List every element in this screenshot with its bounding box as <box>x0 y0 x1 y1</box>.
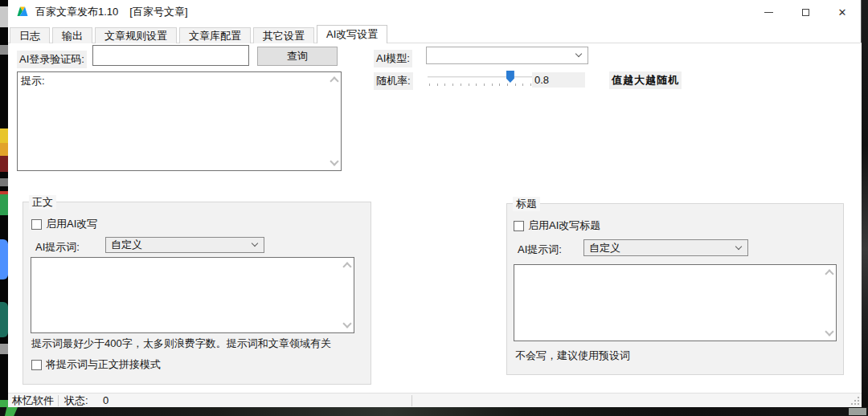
desktop-icon-fragment <box>0 143 8 156</box>
checkbox-icon[interactable] <box>31 360 42 370</box>
ai-login-captcha-label: AI登录验证码: <box>17 51 87 68</box>
titlebar: 百家文章发布1.10[百家号文章] ✕ <box>8 0 861 24</box>
ai-prompt-words-label: AI提示词: <box>515 241 564 259</box>
random-rate-value: 0.8 <box>532 72 585 88</box>
enable-ai-rewrite-title-label: 启用AI改写标题 <box>528 218 600 233</box>
body-text-group: 正文 启用AI改写 AI提示词: 自定义 提示词最好少于400字，太多则浪费字数… <box>23 202 371 385</box>
slider-ticks <box>429 84 534 86</box>
title-group-title: 标题 <box>513 197 540 211</box>
slider-track <box>428 76 535 78</box>
desktop-icon-fragment <box>0 178 8 186</box>
ai-model-label: AI模型: <box>374 50 412 67</box>
desktop-icon-fragment <box>0 6 8 27</box>
scroll-down-icon[interactable] <box>825 327 833 336</box>
ai-model-select[interactable] <box>426 47 588 64</box>
window-controls: ✕ <box>750 0 861 24</box>
concat-prompt-checkbox-row[interactable]: 将提示词与正文拼接模式 <box>31 357 161 372</box>
ai-prompt-words-selected-value: 自定义 <box>111 238 142 252</box>
chevron-down-icon <box>252 240 258 247</box>
status-separator <box>411 395 412 406</box>
chevron-down-icon <box>735 243 742 249</box>
scroll-down-icon[interactable] <box>342 319 351 328</box>
prompt-display-text: 提示: <box>21 74 325 88</box>
checkbox-icon[interactable] <box>514 221 524 231</box>
desktop-left-strip <box>0 0 8 416</box>
query-button[interactable]: 查询 <box>257 47 338 66</box>
app-subtitle: [百家号文章] <box>129 6 187 18</box>
status-separator <box>58 395 59 406</box>
ai-prompt-words-select[interactable]: 自定义 <box>105 237 264 253</box>
random-rate-hint: 值越大越随机 <box>609 71 682 89</box>
slider-thumb[interactable] <box>506 71 514 83</box>
status-brand: 林忆软件 <box>12 394 54 408</box>
title-ai-prompt-words-selected-value: 自定义 <box>589 241 620 255</box>
desktop-icon-fragment <box>0 344 8 354</box>
minimize-icon <box>764 12 773 13</box>
body-text-group-title: 正文 <box>29 195 56 210</box>
scroll-up-icon[interactable] <box>330 76 338 85</box>
chevron-down-icon <box>575 51 582 57</box>
maximize-icon <box>802 9 809 16</box>
ai-rewrite-settings-panel: AI登录验证码: 查询 AI模型: 随机率: 0.8 值越大越随机 提示: <box>8 43 862 393</box>
scroll-down-icon[interactable] <box>330 157 338 165</box>
desktop-right-strip <box>862 0 868 416</box>
desktop-icon-fragment <box>0 128 8 143</box>
app-title: 百家文章发布1.10 <box>35 6 118 18</box>
window-title: 百家文章发布1.10[百家号文章] <box>35 0 188 24</box>
status-value: 0 <box>103 394 108 408</box>
concat-prompt-label: 将提示词与正文拼接模式 <box>46 357 161 372</box>
title-prompt-hint: 不会写，建议使用预设词 <box>515 349 630 363</box>
title-prompt-textarea[interactable] <box>514 264 837 341</box>
scroll-up-icon[interactable] <box>342 262 351 271</box>
resize-grip-icon[interactable] <box>850 396 860 406</box>
enable-ai-rewrite-label: 启用AI改写 <box>46 217 97 231</box>
tab-strip: 日志 输出 文章规则设置 文章库配置 其它设置 AI改写设置 <box>10 25 387 43</box>
title-group: 标题 启用AI改写标题 AI提示词: 自定义 不会写，建议使用预设词 <box>506 203 844 375</box>
scroll-up-icon[interactable] <box>825 269 833 278</box>
body-prompt-hint: 提示词最好少于400字，太多则浪费字数。提示词和文章领域有关 <box>31 336 331 351</box>
status-label: 状态: <box>64 394 88 408</box>
random-rate-slider[interactable] <box>426 70 537 86</box>
status-bar: 林忆软件 状态: 0 <box>8 393 862 407</box>
app-drive-triangle-icon <box>16 6 29 18</box>
minimize-button[interactable] <box>750 0 787 24</box>
close-icon: ✕ <box>838 7 847 18</box>
tab-output[interactable]: 输出 <box>52 27 92 43</box>
desktop-icon-fragment <box>0 156 8 172</box>
desktop-icon-fragment <box>0 302 8 337</box>
title-ai-prompt-words-select[interactable]: 自定义 <box>583 239 748 256</box>
desktop-icon-fragment <box>0 191 8 215</box>
tab-article-rules[interactable]: 文章规则设置 <box>95 27 177 43</box>
close-button[interactable]: ✕ <box>824 0 861 24</box>
enable-ai-rewrite-checkbox-row[interactable]: 启用AI改写 <box>31 217 97 231</box>
desktop-icon-fragment <box>5 407 18 416</box>
prompt-display-box[interactable]: 提示: <box>17 71 342 171</box>
tab-log[interactable]: 日志 <box>10 27 50 43</box>
desktop-background: 百家文章发布1.10[百家号文章] ✕ 日志 输出 文章规则设置 文章库配置 其… <box>0 0 868 416</box>
checkbox-icon[interactable] <box>31 219 42 230</box>
random-rate-label: 随机率: <box>374 72 413 90</box>
tab-article-library[interactable]: 文章库配置 <box>179 27 251 43</box>
app-window: 百家文章发布1.10[百家号文章] ✕ 日志 输出 文章规则设置 文章库配置 其… <box>8 0 862 407</box>
enable-ai-rewrite-title-checkbox-row[interactable]: 启用AI改写标题 <box>514 218 600 233</box>
tab-ai-rewrite-settings[interactable]: AI改写设置 <box>317 25 387 43</box>
maximize-button[interactable] <box>787 0 824 24</box>
desktop-icon-fragment <box>849 408 866 415</box>
desktop-icon-fragment <box>0 45 8 55</box>
ai-prompt-words-label: AI提示词: <box>33 239 82 256</box>
desktop-icon-fragment <box>0 239 8 279</box>
desktop-bottom-strip <box>0 407 868 416</box>
tab-other-settings[interactable]: 其它设置 <box>253 27 314 43</box>
body-prompt-textarea[interactable] <box>31 257 354 333</box>
ai-login-captcha-input[interactable] <box>92 45 249 66</box>
